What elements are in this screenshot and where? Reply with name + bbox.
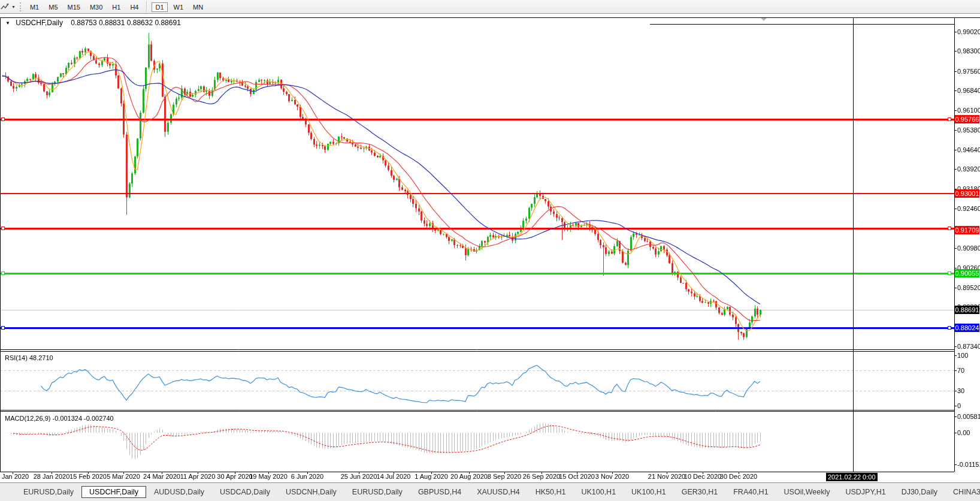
chart-tab-eurusd-daily[interactable]: EURUSD,Daily bbox=[344, 486, 410, 498]
price-axis-label: 0.96100 bbox=[957, 107, 980, 114]
chart-tab-eurusd-daily[interactable]: EURUSD,Daily bbox=[16, 486, 81, 498]
timeframe-button-m1[interactable]: M1 bbox=[26, 2, 43, 12]
chart-tab-ger30-h1[interactable]: GER30,H1 bbox=[674, 486, 725, 498]
chart-canvas[interactable] bbox=[0, 0, 980, 501]
price-level-badge: 0.90055 bbox=[955, 269, 979, 277]
price-level-badge: 0.95766 bbox=[955, 115, 979, 123]
rsi-level-label: 0 bbox=[957, 402, 961, 410]
price-axis-label: 0.96840 bbox=[957, 87, 980, 95]
crosshair-date-badge: 2021.02.22 0:00 bbox=[826, 473, 878, 481]
price-level-badge: 0.88691 bbox=[955, 306, 979, 314]
price-level-badge: 0.88024 bbox=[955, 324, 979, 332]
macd-level-label: 0.005818 bbox=[957, 413, 980, 421]
price-axis-label: 0.89520 bbox=[957, 284, 980, 292]
rsi-level-label: 100 bbox=[957, 352, 968, 360]
line-chart-icon bbox=[1, 2, 10, 11]
chart-tool-icon[interactable] bbox=[1, 2, 10, 11]
price-axis-label: 0.94640 bbox=[957, 146, 980, 154]
timeframe-buttons: M1M5M15M30H1H4D1W1MN bbox=[25, 1, 208, 12]
date-axis-label: 6 Jun 2020 bbox=[280, 473, 335, 480]
price-axis-label: 0.87340 bbox=[957, 343, 980, 351]
toolbar-separator bbox=[146, 1, 147, 11]
chart-tab-audusd-daily[interactable]: AUDUSD,Daily bbox=[146, 486, 212, 498]
price-axis-label: 0.98300 bbox=[957, 47, 980, 55]
chart-tab-usdjpy-h1[interactable]: USDJPY,H1 bbox=[837, 486, 893, 498]
chevron-down-icon[interactable]: ▼ bbox=[11, 5, 16, 9]
rsi-level-label: 30 bbox=[957, 387, 964, 395]
chart-tab-dj30-daily[interactable]: DJ30,Daily bbox=[894, 486, 945, 498]
chart-tab-usoil-weekly[interactable]: USOil,Weekly bbox=[776, 486, 838, 498]
timeframe-button-m15[interactable]: M15 bbox=[64, 2, 84, 12]
date-axis-label: 3 Nov 2020 bbox=[585, 473, 640, 480]
collapse-triangle-icon[interactable]: ▼ bbox=[5, 20, 10, 26]
chart-tab-uk100-h1[interactable]: UK100,H1 bbox=[624, 486, 674, 498]
timeframe-button-w1[interactable]: W1 bbox=[170, 2, 187, 12]
chart-ohlc-values: 0.88753 0.88831 0.88632 0.88691 bbox=[71, 19, 181, 27]
macd-level-label: -0.011514 bbox=[957, 461, 980, 469]
timeframe-button-m30[interactable]: M30 bbox=[86, 2, 106, 12]
timeframe-toolbar: ▼ M1M5M15M30H1H4D1W1MN bbox=[0, 0, 980, 14]
mt4-window: ▼ M1M5M15M30H1H4D1W1MN ▼ USDCHF,Daily 0.… bbox=[0, 0, 980, 501]
price-level-badge: 0.93001 bbox=[955, 189, 979, 198]
price-axis-label: 0.93920 bbox=[957, 165, 980, 173]
price-axis-label: 0.99020 bbox=[957, 28, 980, 36]
timeframe-button-d1[interactable]: D1 bbox=[152, 2, 167, 12]
price-level-badge: 0.91709 bbox=[955, 226, 979, 234]
timeframe-button-m5[interactable]: M5 bbox=[45, 2, 61, 12]
toolbar-grip[interactable] bbox=[20, 2, 21, 11]
chart-header: ▼ USDCHF,Daily 0.88753 0.88831 0.88632 0… bbox=[5, 19, 181, 27]
timeframe-button-mn[interactable]: MN bbox=[189, 2, 207, 12]
rsi-indicator-label: RSI(14) 48.2710 bbox=[5, 354, 53, 361]
chart-tab-xauusd-h4[interactable]: XAUUSD,H4 bbox=[469, 486, 528, 498]
chart-symbol-label: USDCHF,Daily bbox=[16, 19, 63, 27]
chart-tab-china300-h1[interactable]: CHINA300,H1 bbox=[945, 486, 980, 498]
timeframe-button-h4[interactable]: H4 bbox=[126, 2, 142, 12]
chart-tab-hk50-h1[interactable]: HK50,H1 bbox=[528, 486, 574, 498]
date-axis-label: 30 Dec 2020 bbox=[711, 473, 766, 480]
rsi-level-label: 70 bbox=[957, 367, 964, 375]
chart-tab-fra40-h1[interactable]: FRA40,H1 bbox=[725, 486, 776, 498]
chart-tab-usdcad-daily[interactable]: USDCAD,Daily bbox=[212, 486, 278, 498]
macd-level-label: 0.00 bbox=[957, 429, 970, 437]
price-axis-label: 0.92460 bbox=[957, 205, 980, 213]
chart-tab-gbpusd-h4[interactable]: GBPUSD,H4 bbox=[410, 486, 469, 498]
chart-tab-usdcnh-daily[interactable]: USDCNH,Daily bbox=[278, 486, 344, 498]
chart-tab-usdchf-daily[interactable]: USDCHF,Daily bbox=[81, 486, 146, 498]
price-axis-label: 0.90980 bbox=[957, 245, 980, 252]
price-axis-label: 0.97560 bbox=[957, 68, 980, 76]
price-axis-label: 0.95380 bbox=[957, 126, 980, 134]
chart-tab-bar: EURUSD,DailyUSDCHF,DailyAUDUSD,DailyUSDC… bbox=[0, 482, 980, 501]
timeframe-button-h1[interactable]: H1 bbox=[108, 2, 124, 12]
chart-tab-uk100-h1[interactable]: UK100,H1 bbox=[573, 486, 624, 498]
macd-indicator-label: MACD(12,26,9) -0.001324 -0.002740 bbox=[5, 415, 114, 422]
